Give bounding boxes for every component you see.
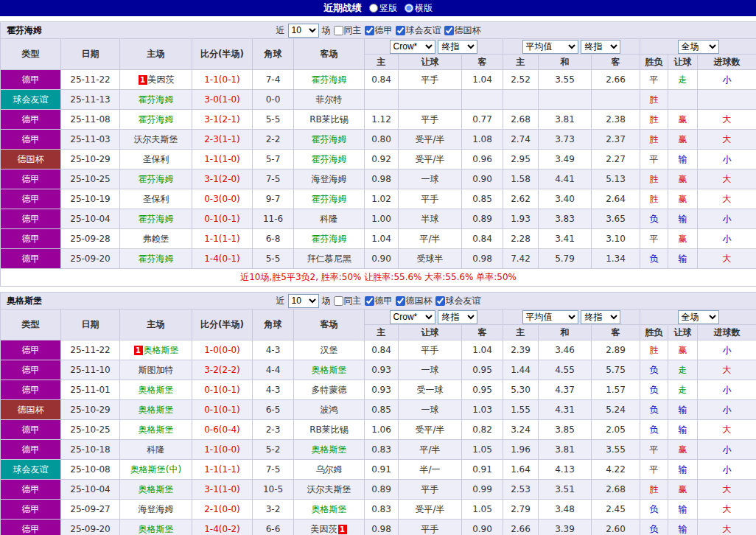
- away-team-name[interactable]: 科隆: [321, 214, 338, 224]
- home-team-name[interactable]: 奥格斯堡: [144, 345, 179, 355]
- home-team-name[interactable]: 霍芬海姆: [139, 174, 174, 184]
- team-name[interactable]: 奥格斯堡: [7, 295, 42, 307]
- away-team-name[interactable]: 拜仁慕尼黑: [307, 253, 351, 264]
- layout-option-vertical[interactable]: 竖版: [369, 2, 397, 15]
- asia-company-select[interactable]: Crow*: [390, 40, 435, 54]
- asia-home-odds: 0.91: [365, 460, 399, 480]
- checkbox-input-德国杯[interactable]: [444, 26, 454, 35]
- layout-option-horizontal[interactable]: 横版: [405, 2, 433, 15]
- away-team-name[interactable]: 汉堡: [321, 345, 338, 355]
- europe-away-odds: 5.24: [592, 400, 640, 420]
- away-team-name[interactable]: 奥格斯堡: [312, 504, 347, 514]
- away-team-name[interactable]: 美因茨: [311, 524, 337, 534]
- filter-checkbox-同主[interactable]: 同主: [334, 24, 362, 37]
- home-team-name[interactable]: 圣保利: [143, 194, 169, 204]
- away-team-name[interactable]: 霍芬海姆: [312, 194, 347, 204]
- away-team-name[interactable]: RB莱比锡: [309, 114, 349, 125]
- checkbox-input-德国杯[interactable]: [396, 296, 405, 306]
- filter-checkbox-同主[interactable]: 同主: [334, 295, 362, 307]
- away-team-name[interactable]: 霍芬海姆: [312, 234, 347, 244]
- europe-company-select[interactable]: 平均值: [522, 40, 578, 54]
- home-team-name[interactable]: 圣保利: [143, 154, 169, 164]
- away-team-name[interactable]: 奥格斯堡: [312, 444, 347, 455]
- filter-checkbox-德甲[interactable]: 德甲: [365, 24, 393, 37]
- asia-company-select[interactable]: Crow*: [390, 310, 435, 324]
- home-team-name[interactable]: 霍芬海姆: [139, 253, 174, 264]
- away-team-name[interactable]: RB莱比锡: [309, 424, 349, 435]
- away-team-name[interactable]: 波鸿: [321, 405, 338, 415]
- checkbox-input-德甲[interactable]: [365, 26, 374, 35]
- asia-home-odds: [365, 90, 399, 110]
- checkbox-input-球会友谊[interactable]: [396, 26, 405, 35]
- away-team-name[interactable]: 菲尔特: [316, 94, 343, 105]
- home-team-name[interactable]: 斯图加特: [139, 365, 174, 375]
- home-team-name[interactable]: 奥格斯堡(中): [130, 464, 181, 475]
- asia-handicap: 一球: [399, 400, 462, 420]
- away-team-name[interactable]: 海登海姆: [312, 174, 347, 184]
- home-team-name[interactable]: 霍芬海姆: [139, 114, 174, 125]
- match-row: 德甲25-09-20霍芬海姆1-4(0-1)5-5拜仁慕尼黑0.90受球半0.9…: [1, 249, 756, 269]
- europe-company-select[interactable]: 平均值: [522, 310, 578, 324]
- goals-result: 大: [698, 189, 756, 209]
- home-team-name[interactable]: 奥格斯堡: [139, 405, 174, 415]
- away-team-name[interactable]: 奥格斯堡: [312, 365, 347, 375]
- home-team-name[interactable]: 霍芬海姆: [139, 94, 174, 105]
- home-team-name[interactable]: 沃尔夫斯堡: [134, 134, 178, 144]
- scope-select[interactable]: 全场: [678, 40, 719, 54]
- layout-radio-vertical[interactable]: [369, 4, 378, 13]
- checkbox-input-球会友谊[interactable]: [435, 296, 445, 306]
- match-count-select[interactable]: 10: [288, 294, 319, 308]
- asia-handicap: 受一球: [399, 380, 462, 400]
- handicap-result: 赢: [668, 130, 698, 150]
- filter-checkbox-德甲[interactable]: 德甲: [365, 295, 393, 307]
- home-team-name[interactable]: 科隆: [147, 444, 165, 455]
- asia-away-odds: [462, 90, 503, 110]
- home-team-name[interactable]: 弗赖堡: [143, 234, 169, 244]
- home-team-name[interactable]: 奥格斯堡: [139, 424, 174, 435]
- europe-draw-odds: 3.81: [539, 440, 592, 460]
- away-team: 霍芬海姆: [294, 70, 365, 90]
- match-date: 25-10-04: [61, 209, 120, 229]
- away-team-name[interactable]: 霍芬海姆: [312, 74, 347, 85]
- corner-score: 4-4: [253, 360, 294, 380]
- checkbox-input-同主[interactable]: [334, 296, 343, 306]
- away-team-name[interactable]: 沃尔夫斯堡: [307, 484, 351, 494]
- filter-checkbox-德国杯[interactable]: 德国杯: [444, 24, 481, 37]
- filter-checkbox-德国杯[interactable]: 德国杯: [396, 295, 433, 307]
- asia-stage-select[interactable]: 终指: [438, 40, 477, 54]
- europe-draw-odds: 4.31: [539, 400, 592, 420]
- home-team-name[interactable]: 霍芬海姆: [139, 214, 174, 224]
- asia-stage-select[interactable]: 终指: [438, 310, 477, 324]
- away-team-name[interactable]: 霍芬海姆: [312, 134, 347, 144]
- europe-home-odds: 2.39: [503, 340, 539, 360]
- europe-away-odds: 2.37: [592, 130, 640, 150]
- home-team-name[interactable]: 海登海姆: [139, 504, 174, 514]
- away-team-name[interactable]: 霍芬海姆: [312, 154, 347, 164]
- away-team: 霍芬海姆: [294, 130, 365, 150]
- filter-checkbox-球会友谊[interactable]: 球会友谊: [435, 295, 481, 307]
- asia-home-odds: 0.85: [365, 400, 399, 420]
- match-row: 德甲25-10-18科隆1-1(0-0)5-2奥格斯堡0.83平/半1.051.…: [1, 440, 756, 460]
- filter-checkbox-球会友谊[interactable]: 球会友谊: [396, 24, 441, 37]
- match-count-select[interactable]: 10: [288, 24, 319, 38]
- away-team-name[interactable]: 乌尔姆: [316, 464, 343, 475]
- team-name[interactable]: 霍芬海姆: [7, 24, 42, 37]
- home-team-name[interactable]: 奥格斯堡: [139, 524, 174, 534]
- result: 负: [640, 360, 668, 380]
- match-date: 25-09-20: [61, 520, 120, 535]
- handicap-result: 赢: [668, 229, 698, 249]
- scope-select[interactable]: 全场: [678, 310, 719, 324]
- checkbox-input-同主[interactable]: [334, 26, 343, 35]
- europe-stage-select[interactable]: 终指: [581, 310, 620, 324]
- europe-stage-select[interactable]: 终指: [581, 40, 620, 54]
- layout-radio-horizontal[interactable]: [405, 4, 413, 13]
- home-team-name[interactable]: 美因茨: [148, 74, 175, 85]
- col-header-主场: 主场: [120, 39, 192, 70]
- col-header-主: 主: [365, 325, 399, 340]
- match-score: 2-1(0-0): [192, 500, 253, 520]
- dropdown-row: 类型日期主场比分(半场)角球客场Crow* 终指平均值 终指全场: [1, 310, 756, 325]
- checkbox-input-德甲[interactable]: [365, 296, 374, 306]
- home-team-name[interactable]: 奥格斯堡: [139, 385, 174, 395]
- away-team-name[interactable]: 多特蒙德: [312, 385, 347, 395]
- home-team-name[interactable]: 奥格斯堡: [139, 484, 174, 494]
